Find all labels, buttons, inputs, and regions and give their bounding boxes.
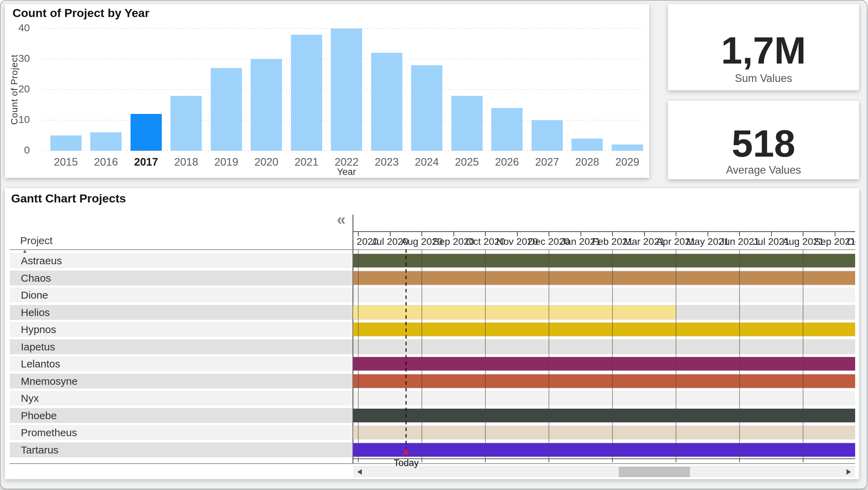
gantt-bar-prometheus[interactable] xyxy=(353,426,855,439)
bar-2029[interactable] xyxy=(612,144,643,151)
gantt-row-label-chaos[interactable]: Chaos xyxy=(21,271,51,285)
bar-chart-plot-area: 0102030402015201620172018201920202021202… xyxy=(5,4,649,178)
timeline-gridline-12 xyxy=(739,249,740,458)
month-tick-11 xyxy=(708,232,708,236)
bar-2017[interactable] xyxy=(131,114,162,151)
month-label-16: Oct 2021 xyxy=(847,236,855,247)
bottom-tick-14 xyxy=(803,459,803,462)
y-tick-40: 40 xyxy=(9,22,30,34)
x-axis-title: Year xyxy=(46,167,647,177)
gantt-timeline-area: Jun 2020Jul 2020Aug 2020Sep 2020Oct 2020… xyxy=(353,215,855,463)
timeline-gridline-8 xyxy=(612,249,613,458)
timeline-gridline-0 xyxy=(358,249,359,458)
gantt-bar-mnemosyne[interactable] xyxy=(353,374,855,388)
scroll-right-icon[interactable] xyxy=(846,469,851,475)
scrollbar-thumb[interactable] xyxy=(619,467,690,477)
month-tick-15 xyxy=(835,232,835,236)
bottom-tick-12 xyxy=(739,459,740,462)
bar-2023[interactable] xyxy=(371,53,402,151)
table-bottom-line xyxy=(10,463,855,464)
timeline-gridline-6 xyxy=(549,249,549,458)
gantt-row-label-astraeus[interactable]: Astraeus xyxy=(21,253,62,268)
month-tick-10 xyxy=(676,232,676,236)
kpi-sum-label: Sum Values xyxy=(668,72,859,85)
timeline-gridline-10 xyxy=(676,249,676,458)
gantt-row-label-hypnos[interactable]: Hypnos xyxy=(21,322,56,337)
bar-2028[interactable] xyxy=(571,139,603,151)
gantt-bar-helios[interactable] xyxy=(353,306,676,319)
kpi-card-average: 518 Average Values xyxy=(668,101,859,179)
y-tick-10: 10 xyxy=(9,114,30,125)
bottom-tick-10 xyxy=(676,459,676,462)
month-tick-4 xyxy=(485,232,486,236)
month-tick-5 xyxy=(517,232,518,236)
gantt-row-label-nyx[interactable]: Nyx xyxy=(21,391,39,406)
bar-2016[interactable] xyxy=(90,132,122,151)
bar-2015[interactable] xyxy=(50,135,82,151)
bottom-tick-6 xyxy=(549,459,549,462)
bar-2025[interactable] xyxy=(451,96,483,151)
month-tick-6 xyxy=(549,232,549,236)
month-tick-12 xyxy=(739,232,740,236)
month-tick-2 xyxy=(422,232,422,236)
month-tick-8 xyxy=(612,232,613,236)
today-marker-icon xyxy=(402,449,409,455)
bar-2020[interactable] xyxy=(251,59,282,151)
month-tick-3 xyxy=(453,232,454,236)
y-tick-30: 30 xyxy=(9,52,30,64)
bottom-tick-8 xyxy=(612,459,613,462)
timeline-bottom-axis xyxy=(353,458,855,459)
month-tick-7 xyxy=(581,232,581,236)
gantt-bar-astraeus[interactable] xyxy=(353,254,855,267)
timeline-gridline-4 xyxy=(485,249,486,458)
gantt-row-label-iapetus[interactable]: Iapetus xyxy=(21,339,55,354)
month-tick-13 xyxy=(771,232,772,236)
month-tick-9 xyxy=(644,232,645,236)
today-label: Today xyxy=(389,458,424,468)
bar-chart-card: Count of Project by Year Count of Projec… xyxy=(5,4,649,178)
gantt-row-label-lelantos[interactable]: Lelantos xyxy=(21,356,60,371)
scroll-left-icon[interactable] xyxy=(357,469,362,475)
bar-2027[interactable] xyxy=(532,120,563,151)
timeline-gridline-14 xyxy=(803,249,803,458)
bar-2022[interactable] xyxy=(331,28,362,151)
bar-2026[interactable] xyxy=(491,108,523,151)
bar-2019[interactable] xyxy=(211,68,242,151)
gantt-row-label-tartarus[interactable]: Tartarus xyxy=(21,442,58,457)
bottom-tick-0 xyxy=(358,459,359,462)
month-tick-0 xyxy=(358,232,359,236)
gantt-bar-lelantos[interactable] xyxy=(353,357,855,371)
timeline-axis-line xyxy=(353,231,855,232)
kpi-average-value: 518 xyxy=(668,124,859,163)
bar-2021[interactable] xyxy=(291,35,322,151)
gantt-bar-chaos[interactable] xyxy=(353,271,855,285)
dashboard-canvas: Count of Project by Year Count of Projec… xyxy=(0,0,867,489)
gantt-row-label-phoebe[interactable]: Phoebe xyxy=(21,408,57,423)
gantt-bar-hypnos[interactable] xyxy=(353,323,855,336)
kpi-sum-value: 1,7M xyxy=(668,31,859,69)
y-tick-0: 0 xyxy=(9,144,30,156)
timeline-gridline-2 xyxy=(422,249,422,458)
kpi-average-label: Average Values xyxy=(668,164,859,176)
bottom-tick-4 xyxy=(485,459,486,462)
gantt-bar-tartarus[interactable] xyxy=(353,443,855,457)
today-line xyxy=(406,249,407,449)
gantt-chart-card: Gantt Chart Projects AstraeusChaosDioneH… xyxy=(5,188,859,479)
month-tick-14 xyxy=(803,232,803,236)
kpi-card-sum: 1,7M Sum Values xyxy=(668,4,859,90)
gantt-row-label-dione[interactable]: Dione xyxy=(21,288,48,302)
month-tick-1 xyxy=(390,232,391,236)
gantt-bar-phoebe[interactable] xyxy=(353,409,855,422)
horizontal-scrollbar[interactable] xyxy=(353,466,855,477)
gantt-row-label-prometheus[interactable]: Prometheus xyxy=(21,425,77,440)
y-tick-20: 20 xyxy=(9,83,30,95)
bar-2024[interactable] xyxy=(411,65,442,151)
gantt-row-label-helios[interactable]: Helios xyxy=(21,305,50,320)
gantt-row-label-mnemosyne[interactable]: Mnemosyne xyxy=(21,374,77,389)
bar-2018[interactable] xyxy=(170,96,202,151)
